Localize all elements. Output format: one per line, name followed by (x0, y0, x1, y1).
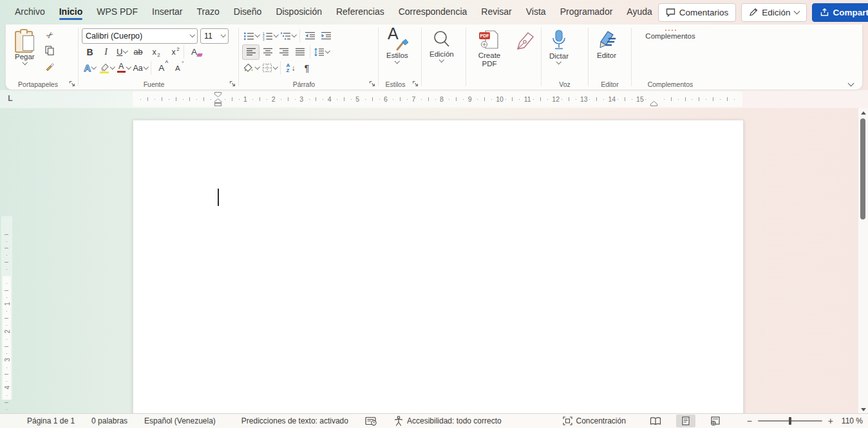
hanging-indent-marker[interactable] (214, 98, 222, 106)
underline-button[interactable]: U (114, 44, 130, 59)
ruler-tick (169, 99, 169, 100)
borders-button[interactable] (261, 60, 279, 75)
document-page[interactable] (133, 120, 744, 414)
numbering-button[interactable]: 123 (261, 28, 279, 43)
editing-mode-button[interactable]: Edición (741, 3, 806, 22)
menu-tab-disposición[interactable]: Disposición (270, 3, 328, 22)
comments-button[interactable]: Comentarios (658, 3, 737, 22)
menu-tab-programador[interactable]: Programador (554, 3, 619, 22)
editing-button[interactable]: Edición (425, 28, 458, 64)
horizontal-ruler: L 123456789101112131415 (0, 90, 868, 108)
align-left-button[interactable] (242, 44, 259, 60)
menu-tab-vista[interactable]: Vista (520, 3, 552, 22)
create-pdf-button[interactable]: PDF Create PDF (469, 28, 509, 70)
change-case-button[interactable]: Aa (132, 60, 149, 75)
share-button[interactable]: Compartir (812, 3, 868, 22)
increase-indent-button[interactable] (318, 28, 334, 43)
multilevel-list-button[interactable] (279, 28, 297, 43)
pdf-pen-button[interactable] (509, 28, 539, 53)
clear-formatting-button[interactable]: A (186, 44, 202, 59)
menu-tab-revisar[interactable]: Revisar (475, 3, 517, 22)
ribbon-tabs: ArchivoInicioWPS PDFInsertarTrazoDiseñoD… (9, 3, 658, 22)
scrollbar-thumb[interactable] (860, 118, 865, 219)
paragraph-dialog-launcher[interactable] (369, 80, 375, 87)
ruler-tick (456, 97, 457, 101)
menu-tab-diseño[interactable]: Diseño (228, 3, 268, 22)
menu-tab-insertar[interactable]: Insertar (146, 3, 188, 22)
cut-button[interactable]: ✂ (42, 28, 58, 42)
chevron-down-icon (292, 32, 297, 37)
focus-button[interactable]: Concentración (563, 416, 625, 425)
line-spacing-button[interactable] (312, 44, 331, 59)
styles-dialog-launcher[interactable] (412, 80, 419, 87)
arrow-up-icon (861, 111, 866, 115)
align-center-button[interactable] (259, 44, 276, 59)
editor-button[interactable]: Editor (592, 28, 621, 62)
justify-button[interactable] (292, 44, 308, 59)
menu-tab-inicio[interactable]: Inicio (53, 3, 89, 22)
addins-button[interactable]: Complementos (641, 28, 699, 42)
text-predictions-icon[interactable] (365, 416, 377, 426)
zoom-slider[interactable] (758, 420, 822, 422)
read-mode-button[interactable] (644, 414, 667, 427)
justify-icon (295, 48, 305, 56)
italic-button[interactable]: I (98, 44, 114, 59)
dictate-button[interactable]: Dictar (545, 28, 573, 66)
menu-tab-ayuda[interactable]: Ayuda (621, 3, 657, 22)
ruler-tick (589, 99, 590, 100)
first-line-indent-marker[interactable] (214, 92, 222, 97)
menu-tab-referencias[interactable]: Referencias (330, 3, 390, 22)
show-marks-button[interactable]: ¶ (299, 60, 315, 75)
print-layout-button[interactable] (676, 414, 695, 427)
web-layout-button[interactable] (704, 414, 726, 427)
bold-button[interactable]: B (82, 44, 98, 59)
right-indent-marker[interactable] (650, 101, 657, 106)
font-color-button[interactable]: A (116, 60, 132, 75)
menu-tab-correspondencia[interactable]: Correspondencia (393, 3, 473, 22)
strikethrough-button[interactable]: ab (130, 44, 146, 59)
font-dialog-launcher[interactable] (229, 80, 236, 87)
vertical-scrollbar[interactable] (858, 108, 868, 414)
highlight-button[interactable] (98, 60, 116, 75)
word-count[interactable]: 0 palabras (91, 416, 127, 425)
align-right-button[interactable] (276, 44, 292, 59)
focus-icon (563, 416, 572, 425)
page-indicator[interactable]: Página 1 de 1 (27, 416, 75, 425)
styles-button[interactable]: A Estilos (382, 28, 413, 65)
ruler-tick (407, 99, 408, 100)
status-bar: Página 1 de 1 0 palabras Español (Venezu… (0, 413, 868, 428)
paste-button[interactable]: Pegar (10, 28, 39, 66)
copy-button[interactable] (42, 43, 58, 58)
voice-group-label: Voz (542, 80, 588, 88)
subscript-button[interactable]: x2 (146, 44, 162, 59)
sort-button[interactable]: AZ ↓ (283, 60, 299, 75)
zoom-level[interactable]: 110 % (842, 416, 863, 425)
font-size-select[interactable]: 11 (200, 28, 229, 44)
collapse-ribbon-chevron-icon[interactable] (848, 80, 854, 87)
accessibility-status[interactable]: Accesibilidad: todo correcto (407, 416, 502, 425)
menu-tab-trazo[interactable]: Trazo (191, 3, 225, 22)
grow-font-button[interactable]: A^ (153, 60, 169, 75)
shading-button[interactable] (242, 60, 261, 75)
zoom-out-button[interactable]: − (746, 416, 753, 426)
bullets-button[interactable] (242, 28, 261, 43)
superscript-button[interactable]: x2 (165, 44, 182, 59)
tab-stop-selector[interactable]: L (5, 93, 15, 104)
menu-tab-archivo[interactable]: Archivo (9, 3, 51, 22)
scroll-down-button[interactable] (858, 405, 868, 414)
format-painter-button[interactable] (42, 59, 58, 73)
zoom-in-button[interactable]: + (827, 416, 835, 426)
ruler-tick (713, 97, 713, 101)
ruler-tick (239, 99, 240, 100)
font-name-select[interactable]: Calibri (Cuerpo) (82, 28, 198, 44)
decrease-indent-button[interactable] (302, 28, 318, 43)
text-effects-button[interactable]: A (82, 60, 98, 75)
clipboard-group: Pegar ✂ Portapapeles (7, 24, 78, 89)
shrink-font-button[interactable]: Aˇ (169, 60, 185, 75)
language-indicator[interactable]: Español (Venezuela) (144, 416, 216, 425)
text-predictions-label[interactable]: Predicciones de texto: activado (241, 416, 348, 425)
zoom-slider-handle[interactable] (789, 417, 791, 425)
scroll-up-button[interactable] (858, 108, 868, 117)
clipboard-dialog-launcher[interactable] (69, 80, 75, 87)
menu-tab-wps-pdf[interactable]: WPS PDF (91, 3, 144, 22)
